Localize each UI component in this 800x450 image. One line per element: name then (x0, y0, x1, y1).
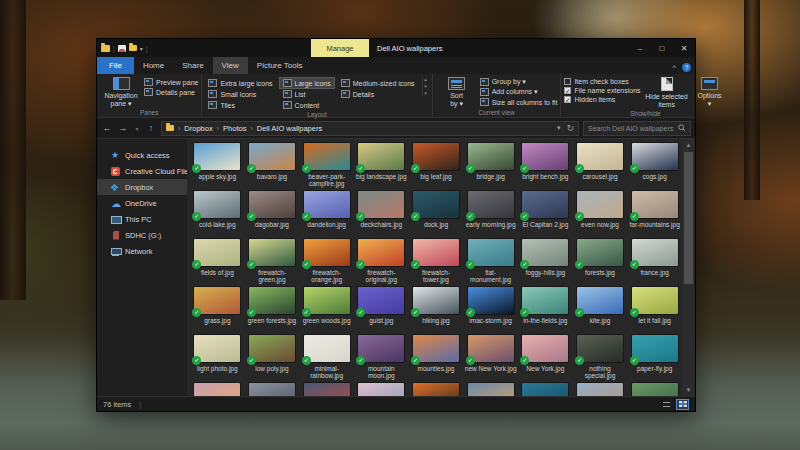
file-item[interactable]: ✓carousel.jpg (573, 141, 628, 189)
file-menu-button[interactable]: File (97, 57, 134, 74)
tab-picture-tools[interactable]: Picture Tools (248, 57, 312, 74)
file-item[interactable]: ✓El Capitan 2.jpg (518, 189, 573, 237)
navigation-pane-button[interactable]: Navigation pane ▾ (100, 76, 142, 108)
file-item-partial[interactable]: ✓ (409, 381, 464, 396)
thumbnails-view-toggle[interactable] (676, 399, 689, 410)
tiles-option[interactable]: Tiles (205, 100, 275, 110)
up-icon[interactable]: ↑ (145, 123, 157, 133)
file-item[interactable]: ✓firewatch-tower.jpg (409, 237, 464, 285)
help-icon[interactable]: ? (682, 63, 691, 72)
file-item[interactable]: ✓dagobar.jpg (245, 189, 300, 237)
file-item[interactable]: ✓New York.jpg (518, 333, 573, 381)
file-item[interactable]: ✓cold-lake.jpg (190, 189, 245, 237)
details-pane-button[interactable]: Details pane (144, 88, 198, 96)
file-item[interactable]: ✓green forests.jpg (245, 285, 300, 333)
tab-view[interactable]: View (213, 57, 248, 74)
sidebar-item-creative-cloud-files[interactable]: Creative Cloud Files (97, 163, 187, 179)
item-check-boxes-checkbox[interactable]: Item check boxes (564, 78, 640, 85)
file-item-partial[interactable]: ✓ (190, 381, 245, 396)
file-item[interactable]: ✓cogs.jpg (627, 141, 682, 189)
close-button[interactable]: ✕ (673, 39, 695, 57)
back-icon[interactable]: ← (101, 123, 113, 133)
file-item[interactable]: ✓hiking.jpg (409, 285, 464, 333)
file-item[interactable]: ✓deckchairs.jpg (354, 189, 409, 237)
file-item[interactable]: ✓early morning.jpg (463, 189, 518, 237)
file-name-extensions-checkbox[interactable]: ✓File name extensions (564, 87, 640, 94)
collapse-ribbon-icon[interactable]: ^ (672, 63, 676, 72)
sidebar-item-network[interactable]: Network (97, 243, 187, 259)
content-option[interactable]: Content (280, 100, 334, 110)
sidebar-item-quick-access[interactable]: Quick access (97, 147, 187, 163)
file-item[interactable]: ✓imac-storm.jpg (463, 285, 518, 333)
file-item-partial[interactable]: ✓ (573, 381, 628, 396)
file-item[interactable]: ✓france.jpg (627, 237, 682, 285)
size-all-columns-button[interactable]: Size all columns to fit (480, 98, 558, 106)
picture-properties-icon[interactable] (118, 45, 126, 52)
list-option[interactable]: List (280, 89, 334, 99)
file-item-partial[interactable]: ✓ (245, 381, 300, 396)
file-item[interactable]: ✓kite.jpg (573, 285, 628, 333)
file-item[interactable]: ✓apple sky.jpg (190, 141, 245, 189)
address-dropdown-chevron-icon[interactable]: ▾ (557, 124, 561, 132)
refresh-icon[interactable]: ↻ (566, 123, 574, 133)
sidebar-item-this-pc[interactable]: This PC (97, 211, 187, 227)
file-item[interactable]: ✓firewatch-original.jpg (354, 237, 409, 285)
details-view-toggle[interactable] (660, 399, 673, 410)
file-item[interactable]: ✓mountain moon.jpg (354, 333, 409, 381)
title-bar[interactable]: | ▾ | Manage Dell AIO wallpapers – □ ✕ (97, 39, 695, 57)
search-input[interactable] (588, 125, 678, 132)
file-item[interactable]: ✓beaver-park-campfire.jpg (299, 141, 354, 189)
minimize-button[interactable]: – (629, 39, 651, 57)
tab-home[interactable]: Home (134, 57, 173, 74)
recent-locations-chevron-icon[interactable]: ▾ (133, 125, 141, 132)
new-folder-icon[interactable] (129, 45, 137, 51)
breadcrumb-segment[interactable]: Photos (223, 124, 246, 133)
sidebar-item-sdhc-g-[interactable]: SDHC (G:) (97, 227, 187, 243)
vertical-scrollbar[interactable]: ▲ ▼ (682, 139, 695, 396)
file-item[interactable]: ✓light photo.jpg (190, 333, 245, 381)
file-item[interactable]: ✓firewatch-orange.jpg (299, 237, 354, 285)
file-item[interactable]: ✓big leaf.jpg (409, 141, 464, 189)
file-item[interactable]: ✓grass.jpg (190, 285, 245, 333)
hide-selected-items-button[interactable]: Hide selected items (643, 76, 691, 109)
file-item[interactable]: ✓dandelion.jpg (299, 189, 354, 237)
file-item[interactable]: ✓bavaro.jpg (245, 141, 300, 189)
large-icons-option[interactable]: Large icons (280, 78, 334, 88)
file-item[interactable]: ✓flat-monument.jpg (463, 237, 518, 285)
file-item[interactable]: ✓far-mountains.jpg (627, 189, 682, 237)
file-item[interactable]: ✓dock.jpg (409, 189, 464, 237)
hidden-items-checkbox[interactable]: ✓Hidden items (564, 96, 640, 103)
add-columns-button[interactable]: Add columns ▾ (480, 88, 558, 96)
file-item[interactable]: ✓even now.jpg (573, 189, 628, 237)
file-item[interactable]: ✓minimal-rainbow.jpg (299, 333, 354, 381)
file-item[interactable]: ✓let it fall.jpg (627, 285, 682, 333)
group-by-button[interactable]: Group by ▾ (480, 78, 558, 86)
medium-sized-icons-option[interactable]: Medium-sized icons (338, 78, 418, 88)
file-item-partial[interactable]: ✓ (518, 381, 573, 396)
breadcrumb[interactable]: ›Dropbox›Photos›Dell AIO wallpapers ▾ ↻ (161, 121, 579, 136)
file-item[interactable]: ✓mounties.jpg (409, 333, 464, 381)
customize-qat-chevron-icon[interactable]: ▾ (140, 45, 143, 52)
search-box[interactable] (583, 121, 691, 136)
file-item[interactable]: ✓in-the-fields.jpg (518, 285, 573, 333)
breadcrumb-segment[interactable]: Dell AIO wallpapers (257, 124, 322, 133)
file-item[interactable]: ✓nothing special.jpg (573, 333, 628, 381)
file-item[interactable]: ✓bridge.jpg (463, 141, 518, 189)
extra-large-icons-option[interactable]: Extra large icons (205, 78, 275, 88)
options-button[interactable]: Options ▾ (693, 76, 727, 108)
file-item-partial[interactable]: ✓ (463, 381, 518, 396)
forward-icon[interactable]: → (117, 123, 129, 133)
file-item[interactable]: ✓foggy-hills.jpg (518, 237, 573, 285)
file-item[interactable]: ✓new New York.jpg (463, 333, 518, 381)
file-item-partial[interactable]: ✓ (627, 381, 682, 396)
layout-gallery-scrollbar[interactable]: ▴▾▾ (422, 76, 429, 96)
file-item[interactable]: ✓forests.jpg (573, 237, 628, 285)
small-icons-option[interactable]: Small icons (205, 89, 275, 99)
file-item-partial[interactable]: ✓ (354, 381, 409, 396)
file-item-partial[interactable]: ✓ (299, 381, 354, 396)
details-option[interactable]: Details (338, 89, 418, 99)
file-item[interactable]: ✓guist.jpg (354, 285, 409, 333)
file-item[interactable]: ✓big landscape.jpg (354, 141, 409, 189)
sort-by-button[interactable]: Sort by ▾ (436, 76, 478, 108)
breadcrumb-segment[interactable]: Dropbox (184, 124, 212, 133)
